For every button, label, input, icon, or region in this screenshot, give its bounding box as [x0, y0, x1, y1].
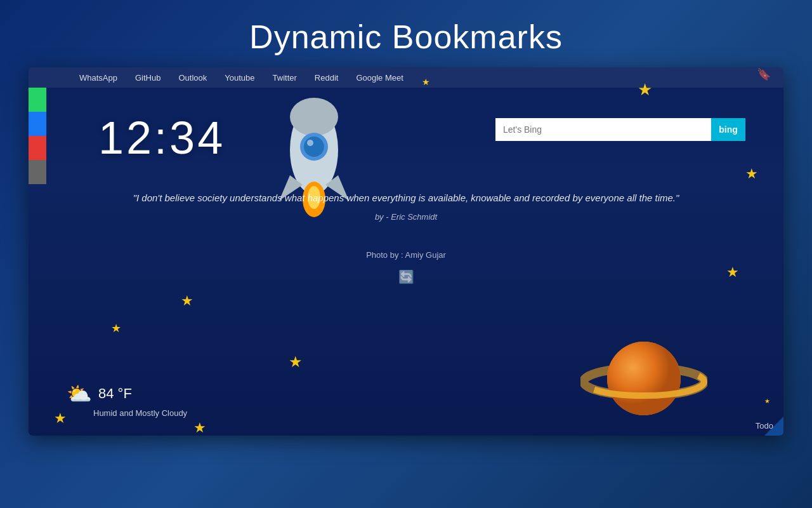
nav-link-outlook[interactable]: Outlook — [178, 73, 207, 83]
weather-temperature: 84 °F — [98, 385, 132, 402]
nav-link-youtube[interactable]: Youtube — [225, 73, 254, 83]
search-button[interactable]: bing — [711, 118, 745, 141]
sidebar — [29, 88, 46, 184]
nav-link-github[interactable]: GitHub — [135, 73, 160, 83]
page-title: Dynamic Bookmarks — [249, 18, 563, 56]
refresh-icon[interactable]: 🔄 — [398, 269, 414, 284]
browser-window: 🔖 WhatsAppGitHubOutlookYoutubeTwitterRed… — [29, 67, 783, 436]
star-6: ★ — [289, 353, 303, 371]
quote-text: "I don't believe society understands wha… — [67, 191, 745, 206]
weather-icon: ⛅ — [67, 382, 92, 406]
planet-illustration — [580, 321, 707, 423]
navbar: WhatsAppGitHubOutlookYoutubeTwitterReddi… — [29, 67, 783, 88]
svg-point-4 — [307, 140, 313, 146]
sidebar-red-button[interactable] — [29, 136, 46, 160]
svg-point-11 — [607, 342, 681, 415]
rocket-illustration — [244, 93, 384, 232]
star-5: ★ — [111, 321, 121, 335]
nav-link-whatsapp[interactable]: WhatsApp — [79, 73, 117, 83]
star-2: ★ — [745, 166, 758, 182]
weather-widget: ⛅ 84 °F Humid and Mostly Cloudy — [67, 382, 187, 418]
nav-link-reddit[interactable]: Reddit — [315, 73, 339, 83]
nav-link-twitter[interactable]: Twitter — [273, 73, 297, 83]
sidebar-blue-button[interactable] — [29, 112, 46, 136]
star-7: ★ — [54, 410, 67, 427]
star-4: ★ — [181, 293, 193, 309]
triangle-decoration — [764, 417, 783, 436]
clock-display: 12:34 — [98, 112, 225, 164]
nav-link-google-meet[interactable]: Google Meet — [356, 73, 403, 83]
quote-author: by - Eric Schmidt — [67, 212, 745, 222]
svg-point-3 — [304, 137, 324, 157]
svg-point-1 — [290, 98, 338, 136]
sidebar-gray-button[interactable] — [29, 160, 46, 184]
photo-credit: Photo by : Amiy Gujar — [67, 250, 745, 260]
search-container: bing — [495, 118, 745, 141]
weather-description: Humid and Mostly Cloudy — [93, 408, 187, 418]
star-9: ★ — [764, 398, 770, 404]
search-input[interactable] — [495, 118, 711, 141]
star-8: ★ — [193, 420, 206, 436]
sidebar-green-button[interactable] — [29, 88, 46, 112]
star-3: ★ — [726, 264, 739, 281]
